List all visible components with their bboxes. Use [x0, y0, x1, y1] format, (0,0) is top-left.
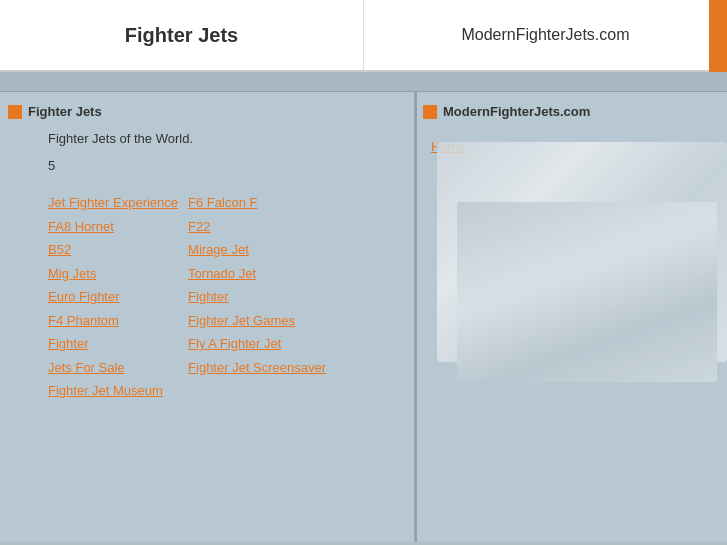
right-panel-header: ModernFighterJets.com	[415, 100, 727, 123]
link-fa8-hornet[interactable]: FA8 Hornet	[48, 217, 178, 237]
link-euro-fighter[interactable]: Euro Fighter	[48, 287, 178, 307]
top-right-section: ModernFighterJets.com	[364, 0, 727, 70]
left-description: Fighter Jets of the World.	[48, 131, 394, 146]
left-panel: Fighter Jets Fighter Jets of the World. …	[0, 92, 415, 542]
link-fighter-jet-games[interactable]: Fighter Jet Games	[188, 311, 326, 331]
links-columns: Jet Fighter Experience FA8 Hornet B52 Mi…	[48, 193, 394, 401]
link-b52[interactable]: B52	[48, 240, 178, 260]
left-panel-content: Fighter Jets of the World. 5 Jet Fighter…	[0, 131, 414, 401]
left-panel-title: Fighter Jets	[28, 104, 102, 119]
top-bar: Fighter Jets ModernFighterJets.com	[0, 0, 727, 72]
link-mig-jets[interactable]: Mig Jets	[48, 264, 178, 284]
left-panel-icon	[8, 105, 22, 119]
sub-bar	[0, 72, 727, 92]
links-col-2: F6 Falcon F F22 Mirage Jet Tornado Jet F…	[188, 193, 326, 401]
left-count: 5	[48, 158, 394, 173]
links-col-1: Jet Fighter Experience FA8 Hornet B52 Mi…	[48, 193, 178, 401]
link-mirage-jet[interactable]: Mirage Jet	[188, 240, 326, 260]
laptop-background	[437, 142, 727, 362]
link-f4-phantom[interactable]: F4 Phantom	[48, 311, 178, 331]
orange-accent-bar	[709, 0, 727, 72]
laptop-screen	[457, 202, 717, 382]
link-fighter-jet-screensaver[interactable]: Fighter Jet Screensaver	[188, 358, 326, 378]
right-header-title: ModernFighterJets.com	[461, 26, 629, 44]
link-jet-fighter-experience[interactable]: Jet Fighter Experience	[48, 193, 178, 213]
right-panel: ModernFighterJets.com Home	[415, 92, 727, 542]
top-left-section: Fighter Jets	[0, 0, 364, 70]
link-fighter-2[interactable]: Fighter	[188, 287, 326, 307]
left-header-title: Fighter Jets	[125, 24, 238, 47]
link-f6-falcon[interactable]: F6 Falcon F	[188, 193, 326, 213]
link-fighter-jet-museum[interactable]: Fighter Jet Museum	[48, 381, 178, 401]
right-panel-title: ModernFighterJets.com	[443, 104, 590, 119]
link-f22[interactable]: F22	[188, 217, 326, 237]
main-content: Fighter Jets Fighter Jets of the World. …	[0, 92, 727, 542]
link-fighter[interactable]: Fighter	[48, 334, 178, 354]
left-panel-header: Fighter Jets	[0, 100, 414, 123]
right-panel-icon	[423, 105, 437, 119]
link-fly-a-fighter-jet[interactable]: Fly A Fighter Jet	[188, 334, 326, 354]
link-tornado-jet[interactable]: Tornado Jet	[188, 264, 326, 284]
vertical-divider	[415, 92, 417, 542]
link-jets-for-sale[interactable]: Jets For Sale	[48, 358, 178, 378]
